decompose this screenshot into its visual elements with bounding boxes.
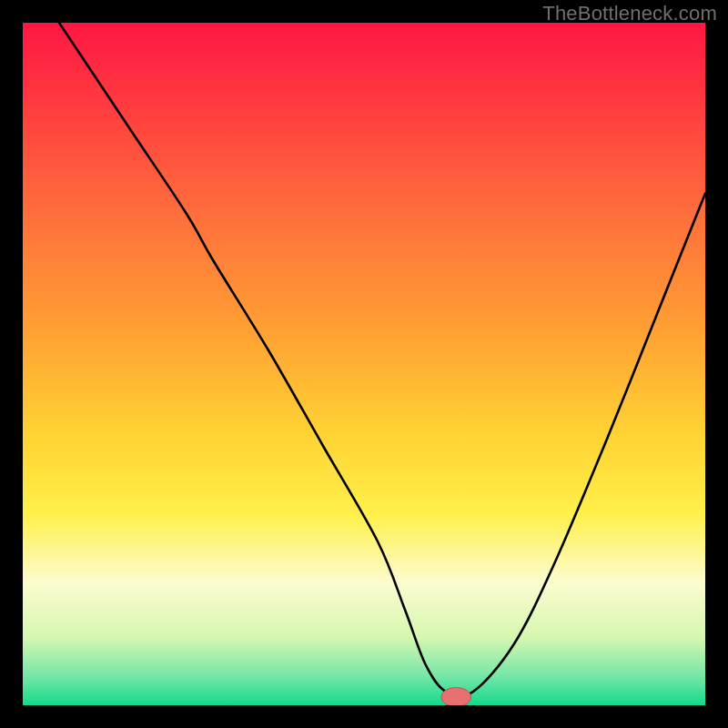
gradient-background xyxy=(23,23,705,705)
optimal-marker xyxy=(441,688,471,706)
watermark-text: TheBottleneck.com xyxy=(542,2,717,25)
chart-frame: TheBottleneck.com xyxy=(0,0,728,728)
bottleneck-chart xyxy=(23,23,705,705)
plot-area xyxy=(23,23,705,705)
